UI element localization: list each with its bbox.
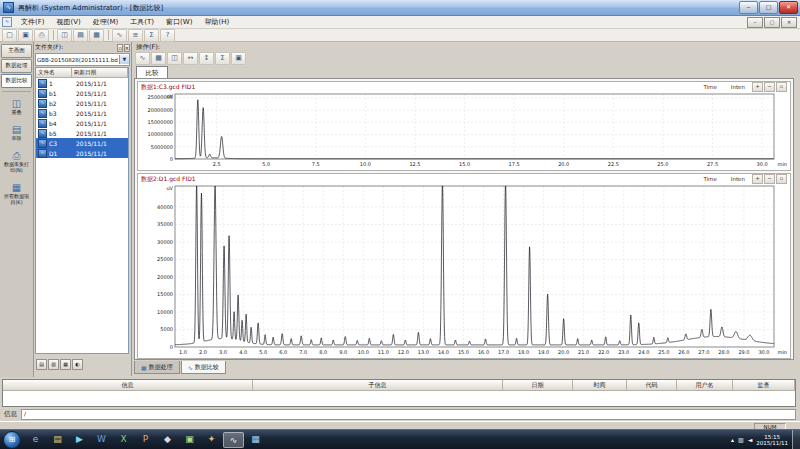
taskbar-app-2[interactable]: ▣ [179, 432, 200, 448]
taskbar-app-4[interactable]: ▦ [245, 432, 266, 448]
file-list[interactable]: 文件名刷新日期 ∿12015/11/1∿b12015/11/1∿b22015/1… [35, 67, 129, 354]
audit-column-1[interactable]: 子信息 [253, 380, 503, 391]
calc-icon[interactable]: Σ [144, 29, 159, 42]
menu-item-3[interactable]: 工具(T) [124, 16, 160, 28]
legend-inten: Inten [731, 84, 745, 90]
op-stretch-x-icon[interactable]: ↔ [183, 52, 198, 65]
start-button[interactable]: ⊞ [3, 431, 21, 449]
file-row-D1[interactable]: ∿D12015/11/1 [36, 148, 128, 158]
thumb-view-icon[interactable]: ▦ [60, 359, 71, 370]
menu-item-0[interactable]: 文件(F) [15, 16, 51, 28]
op-grid-icon[interactable]: ▦ [151, 52, 166, 65]
menu-item-1[interactable]: 视图(V) [51, 16, 87, 28]
taskbar-app-excel[interactable]: X [113, 432, 134, 448]
svg-text:0: 0 [170, 344, 173, 350]
hidden-icons-icon[interactable]: ▴ [731, 436, 734, 443]
taskbar-app-folder[interactable]: ▤ [47, 432, 68, 448]
taskbar-app-word[interactable]: W [91, 432, 112, 448]
sidebar-tab-0[interactable]: 主画面 [1, 44, 32, 58]
minimize-button[interactable]: ‒ [739, 1, 758, 14]
mdi-close-button[interactable]: ✕ [781, 17, 797, 28]
doc-tab-0[interactable]: ▦数据处理 [134, 361, 180, 374]
file-row-b5[interactable]: ∿b52015/11/1 [36, 128, 128, 138]
zoom-out-icon[interactable]: − [764, 82, 775, 92]
save-icon[interactable]: ▣ [18, 29, 33, 42]
file-date: 2015/11/1 [76, 120, 128, 127]
taskbar-app-browser[interactable]: e [25, 432, 46, 448]
doc-tab-1[interactable]: ∿数据比较 [181, 361, 226, 374]
data-file-icon: ∿ [38, 149, 47, 158]
svg-text:28.0: 28.0 [718, 349, 729, 355]
file-list-column-1[interactable]: 刷新日期 [72, 68, 128, 78]
close-button[interactable]: ✕ [779, 1, 798, 14]
menu-item-5[interactable]: 帮助(H) [198, 16, 235, 28]
open-icon[interactable]: ▢ [2, 29, 17, 42]
refresh-icon[interactable]: ◐ [72, 359, 83, 370]
reset-zoom-icon[interactable]: ▫ [776, 82, 787, 92]
close-icon[interactable]: ✕ [124, 44, 130, 52]
info-field[interactable]: / [21, 409, 796, 420]
network-icon[interactable]: ▥ [738, 436, 744, 443]
file-row-b2[interactable]: ∿b22015/11/1 [36, 98, 128, 108]
overlay-view-icon[interactable]: ◫ [57, 29, 72, 42]
file-row-1[interactable]: ∿12015/11/1 [36, 78, 128, 88]
folder-label: 文件夹(F): [35, 43, 116, 52]
zoom-in-icon[interactable]: + [752, 174, 763, 184]
audit-column-6[interactable]: 监查 [733, 380, 795, 391]
list-view-icon[interactable]: ▤ [36, 359, 47, 370]
file-row-b1[interactable]: ∿b12015/11/1 [36, 88, 128, 98]
op-chromatogram-icon[interactable]: ∿ [135, 52, 150, 65]
file-list-column-0[interactable]: 文件名 [36, 68, 72, 78]
svg-text:15000: 15000 [157, 291, 173, 297]
pin-icon[interactable]: ▫ [117, 44, 122, 52]
sidebar-item-overlay[interactable]: ◫重叠 [1, 95, 32, 118]
audit-column-0[interactable]: 信息 [3, 380, 253, 391]
op-save-icon[interactable]: ▣ [231, 52, 246, 65]
taskbar-app-gcsolution[interactable]: ∿ [223, 432, 244, 448]
op-stretch-y-icon[interactable]: ↕ [199, 52, 214, 65]
menu-item-4[interactable]: 窗口(W) [160, 16, 198, 28]
maximize-button[interactable]: ▢ [759, 1, 778, 14]
op-overlay-icon[interactable]: ◫ [167, 52, 182, 65]
chromatogram-plot-2[interactable]: 0500010000150002000025000300003500040000… [138, 184, 788, 356]
sidebar-tab-1[interactable]: 数据处理 [1, 59, 32, 73]
print-icon[interactable]: ⎙ [34, 29, 49, 42]
mdi-restore-button[interactable]: ▢ [764, 17, 780, 28]
taskbar-app-3[interactable]: ✦ [201, 432, 222, 448]
taskbar-app-media[interactable]: ▶ [69, 432, 90, 448]
sidebar-item-all-data-items[interactable]: ▦所有数据项目(K) [1, 179, 32, 208]
audit-column-5[interactable]: 用户名 [677, 380, 733, 391]
chromatogram-icon[interactable]: ∿ [112, 29, 127, 42]
reset-zoom-icon[interactable]: ▫ [776, 174, 787, 184]
volume-icon[interactable]: ◄ [748, 436, 753, 443]
window-controls: ‒ ▢ ✕ [739, 1, 798, 14]
op-calc-icon[interactable]: Σ [215, 52, 230, 65]
zoom-in-icon[interactable]: + [752, 82, 763, 92]
audit-column-3[interactable]: 时间 [573, 380, 627, 391]
operation-label: 操作(F): [136, 43, 160, 52]
taskbar-app-ppt[interactable]: P [135, 432, 156, 448]
tile-view-icon[interactable]: ▤ [73, 29, 88, 42]
sidebar-item-report-print[interactable]: ⎙数据采集打印(N) [1, 147, 32, 176]
zoom-out-icon[interactable]: − [764, 174, 775, 184]
list-icon[interactable]: ≡ [128, 29, 143, 42]
audit-column-4[interactable]: 代码 [627, 380, 677, 391]
sidebar-item-series[interactable]: ▤串联 [1, 121, 32, 144]
file-row-C3[interactable]: ∿C32015/11/1 [36, 138, 128, 148]
mdi-minimize-button[interactable]: ‒ [747, 17, 763, 28]
sidebar-tab-2[interactable]: 数据比较 [1, 74, 32, 88]
all-data-items-icon: ▦ [2, 182, 31, 193]
chevron-down-icon[interactable]: ▼ [119, 55, 129, 64]
file-row-b4[interactable]: ∿b42015/11/1 [36, 118, 128, 128]
menu-item-2[interactable]: 处理(M) [87, 16, 125, 28]
taskbar-clock[interactable]: 15:15 2015/11/11 [756, 434, 788, 447]
audit-column-2[interactable]: 日期 [503, 380, 573, 391]
show-desktop-button[interactable] [792, 430, 800, 449]
chromatogram-plot-1[interactable]: 0500000010000000150000002000000025000000… [138, 92, 788, 168]
folder-dropdown[interactable]: GBB-20150828(20151111.bd ▼ [35, 53, 130, 66]
file-row-b3[interactable]: ∿b32015/11/1 [36, 108, 128, 118]
grid-view-icon[interactable]: ▦ [89, 29, 104, 42]
detail-view-icon[interactable]: ▥ [48, 359, 59, 370]
help-icon[interactable]: ? [160, 29, 175, 42]
taskbar-app-1[interactable]: ◆ [157, 432, 178, 448]
